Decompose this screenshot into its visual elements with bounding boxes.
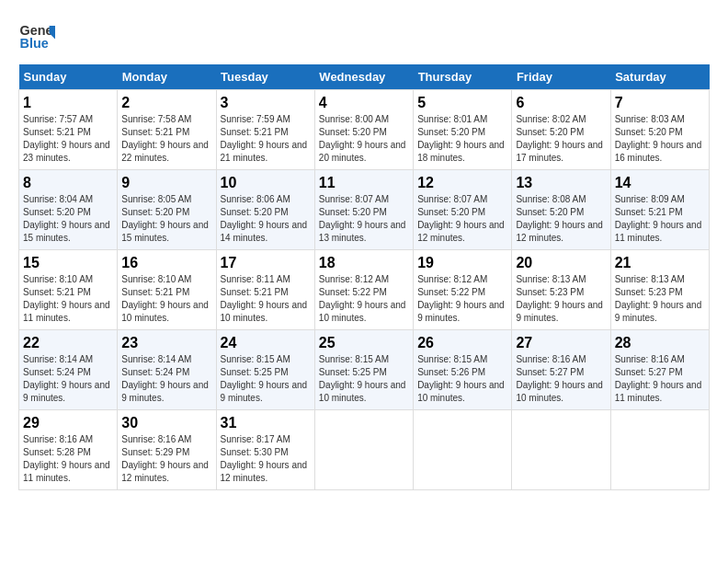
day-cell-28: 28 Sunrise: 8:16 AMSunset: 5:27 PMDaylig… <box>610 330 709 410</box>
day-info: Sunrise: 8:07 AMSunset: 5:20 PMDaylight:… <box>319 194 406 243</box>
day-info: Sunrise: 8:12 AMSunset: 5:22 PMDaylight:… <box>319 274 406 323</box>
day-cell-19: 19 Sunrise: 8:12 AMSunset: 5:22 PMDaylig… <box>414 250 512 330</box>
day-cell-2: 2 Sunrise: 7:58 AMSunset: 5:21 PMDayligh… <box>118 90 216 170</box>
day-cell-5: 5 Sunrise: 8:01 AMSunset: 5:20 PMDayligh… <box>414 90 512 170</box>
day-info: Sunrise: 8:03 AMSunset: 5:20 PMDaylight:… <box>615 114 702 163</box>
day-number: 12 <box>417 175 507 191</box>
day-number: 18 <box>319 255 409 271</box>
col-header-wednesday: Wednesday <box>314 64 413 90</box>
day-number: 30 <box>121 415 211 431</box>
day-number: 23 <box>121 335 211 351</box>
day-info: Sunrise: 8:14 AMSunset: 5:24 PMDaylight:… <box>23 354 110 403</box>
day-cell-20: 20 Sunrise: 8:13 AMSunset: 5:23 PMDaylig… <box>512 250 610 330</box>
day-cell-17: 17 Sunrise: 8:11 AMSunset: 5:21 PMDaylig… <box>216 250 314 330</box>
col-header-thursday: Thursday <box>414 64 512 90</box>
day-info: Sunrise: 8:05 AMSunset: 5:20 PMDaylight:… <box>121 194 209 243</box>
day-cell-18: 18 Sunrise: 8:12 AMSunset: 5:22 PMDaylig… <box>314 250 413 330</box>
empty-cell <box>512 410 610 490</box>
day-info: Sunrise: 8:14 AMSunset: 5:24 PMDaylight:… <box>121 354 209 403</box>
day-info: Sunrise: 8:08 AMSunset: 5:20 PMDaylight:… <box>516 194 603 243</box>
day-info: Sunrise: 8:06 AMSunset: 5:20 PMDaylight:… <box>221 194 308 243</box>
day-info: Sunrise: 8:16 AMSunset: 5:27 PMDaylight:… <box>615 354 702 403</box>
day-info: Sunrise: 8:02 AMSunset: 5:20 PMDaylight:… <box>516 114 603 163</box>
day-cell-1: 1 Sunrise: 7:57 AMSunset: 5:21 PMDayligh… <box>19 90 118 170</box>
col-header-friday: Friday <box>512 64 610 90</box>
day-number: 5 <box>417 95 507 111</box>
day-cell-8: 8 Sunrise: 8:04 AMSunset: 5:20 PMDayligh… <box>19 170 118 250</box>
day-number: 10 <box>221 175 311 191</box>
day-cell-24: 24 Sunrise: 8:15 AMSunset: 5:25 PMDaylig… <box>216 330 314 410</box>
day-info: Sunrise: 8:15 AMSunset: 5:25 PMDaylight:… <box>319 354 406 403</box>
logo: General Blue <box>18 18 61 55</box>
day-info: Sunrise: 8:13 AMSunset: 5:23 PMDaylight:… <box>516 274 603 323</box>
day-number: 28 <box>615 335 705 351</box>
empty-cell <box>610 410 709 490</box>
day-info: Sunrise: 7:57 AMSunset: 5:21 PMDaylight:… <box>23 114 110 163</box>
day-info: Sunrise: 7:58 AMSunset: 5:21 PMDaylight:… <box>121 114 209 163</box>
day-info: Sunrise: 8:16 AMSunset: 5:27 PMDaylight:… <box>516 354 603 403</box>
day-info: Sunrise: 8:09 AMSunset: 5:21 PMDaylight:… <box>615 194 702 243</box>
day-cell-7: 7 Sunrise: 8:03 AMSunset: 5:20 PMDayligh… <box>610 90 709 170</box>
day-number: 19 <box>417 255 507 271</box>
day-info: Sunrise: 8:16 AMSunset: 5:28 PMDaylight:… <box>23 434 110 483</box>
day-number: 1 <box>23 95 113 111</box>
day-info: Sunrise: 8:16 AMSunset: 5:29 PMDaylight:… <box>121 434 209 483</box>
day-cell-23: 23 Sunrise: 8:14 AMSunset: 5:24 PMDaylig… <box>118 330 216 410</box>
day-info: Sunrise: 8:00 AMSunset: 5:20 PMDaylight:… <box>319 114 406 163</box>
day-info: Sunrise: 8:10 AMSunset: 5:21 PMDaylight:… <box>121 274 209 323</box>
day-info: Sunrise: 8:01 AMSunset: 5:20 PMDaylight:… <box>417 114 505 163</box>
day-cell-22: 22 Sunrise: 8:14 AMSunset: 5:24 PMDaylig… <box>19 330 118 410</box>
day-cell-29: 29 Sunrise: 8:16 AMSunset: 5:28 PMDaylig… <box>19 410 118 490</box>
day-number: 29 <box>23 415 113 431</box>
day-number: 13 <box>516 175 606 191</box>
day-cell-4: 4 Sunrise: 8:00 AMSunset: 5:20 PMDayligh… <box>314 90 413 170</box>
day-number: 8 <box>23 175 113 191</box>
svg-text:Blue: Blue <box>20 36 49 51</box>
day-number: 24 <box>221 335 311 351</box>
day-info: Sunrise: 8:11 AMSunset: 5:21 PMDaylight:… <box>221 274 308 323</box>
day-number: 9 <box>121 175 211 191</box>
day-number: 21 <box>615 255 705 271</box>
day-info: Sunrise: 8:13 AMSunset: 5:23 PMDaylight:… <box>615 274 702 323</box>
day-cell-26: 26 Sunrise: 8:15 AMSunset: 5:26 PMDaylig… <box>414 330 512 410</box>
calendar-table: SundayMondayTuesdayWednesdayThursdayFrid… <box>18 64 710 490</box>
day-info: Sunrise: 8:12 AMSunset: 5:22 PMDaylight:… <box>417 274 505 323</box>
day-cell-6: 6 Sunrise: 8:02 AMSunset: 5:20 PMDayligh… <box>512 90 610 170</box>
day-number: 22 <box>23 335 113 351</box>
day-cell-12: 12 Sunrise: 8:07 AMSunset: 5:20 PMDaylig… <box>414 170 512 250</box>
empty-cell <box>414 410 512 490</box>
day-number: 20 <box>516 255 606 271</box>
col-header-sunday: Sunday <box>19 64 118 90</box>
day-info: Sunrise: 8:07 AMSunset: 5:20 PMDaylight:… <box>417 194 505 243</box>
day-number: 25 <box>319 335 409 351</box>
day-number: 17 <box>221 255 311 271</box>
day-info: Sunrise: 8:15 AMSunset: 5:25 PMDaylight:… <box>221 354 308 403</box>
empty-cell <box>314 410 413 490</box>
day-cell-25: 25 Sunrise: 8:15 AMSunset: 5:25 PMDaylig… <box>314 330 413 410</box>
day-cell-16: 16 Sunrise: 8:10 AMSunset: 5:21 PMDaylig… <box>118 250 216 330</box>
col-header-monday: Monday <box>118 64 216 90</box>
day-number: 11 <box>319 175 409 191</box>
day-cell-21: 21 Sunrise: 8:13 AMSunset: 5:23 PMDaylig… <box>610 250 709 330</box>
day-info: Sunrise: 8:04 AMSunset: 5:20 PMDaylight:… <box>23 194 110 243</box>
day-number: 2 <box>121 95 211 111</box>
day-cell-3: 3 Sunrise: 7:59 AMSunset: 5:21 PMDayligh… <box>216 90 314 170</box>
day-info: Sunrise: 7:59 AMSunset: 5:21 PMDaylight:… <box>221 114 308 163</box>
day-cell-9: 9 Sunrise: 8:05 AMSunset: 5:20 PMDayligh… <box>118 170 216 250</box>
day-cell-15: 15 Sunrise: 8:10 AMSunset: 5:21 PMDaylig… <box>19 250 118 330</box>
day-cell-13: 13 Sunrise: 8:08 AMSunset: 5:20 PMDaylig… <box>512 170 610 250</box>
day-cell-10: 10 Sunrise: 8:06 AMSunset: 5:20 PMDaylig… <box>216 170 314 250</box>
day-info: Sunrise: 8:10 AMSunset: 5:21 PMDaylight:… <box>23 274 110 323</box>
day-info: Sunrise: 8:15 AMSunset: 5:26 PMDaylight:… <box>417 354 505 403</box>
day-number: 4 <box>319 95 409 111</box>
day-cell-30: 30 Sunrise: 8:16 AMSunset: 5:29 PMDaylig… <box>118 410 216 490</box>
day-number: 6 <box>516 95 606 111</box>
day-info: Sunrise: 8:17 AMSunset: 5:30 PMDaylight:… <box>221 434 308 483</box>
day-cell-11: 11 Sunrise: 8:07 AMSunset: 5:20 PMDaylig… <box>314 170 413 250</box>
day-cell-31: 31 Sunrise: 8:17 AMSunset: 5:30 PMDaylig… <box>216 410 314 490</box>
day-cell-27: 27 Sunrise: 8:16 AMSunset: 5:27 PMDaylig… <box>512 330 610 410</box>
day-cell-14: 14 Sunrise: 8:09 AMSunset: 5:21 PMDaylig… <box>610 170 709 250</box>
day-number: 14 <box>615 175 705 191</box>
col-header-tuesday: Tuesday <box>216 64 314 90</box>
day-number: 26 <box>417 335 507 351</box>
